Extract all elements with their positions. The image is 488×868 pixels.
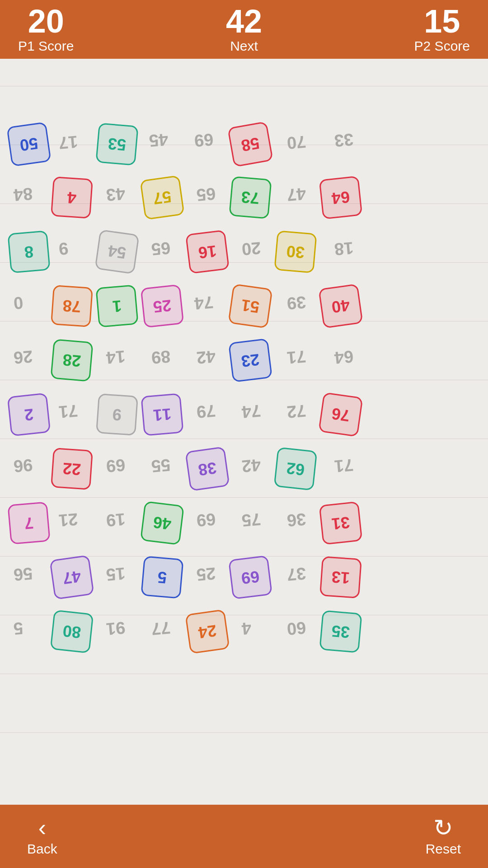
game-area[interactable]: 5053584577364854163078125514028232911762… [0, 59, 488, 805]
tile-26[interactable]: 46 [140, 501, 184, 545]
tile-2[interactable]: 58 [227, 121, 273, 167]
plain-num-29[interactable]: 42 [241, 455, 262, 476]
tile-8[interactable]: 54 [94, 229, 139, 274]
tile-19[interactable]: 9 [96, 393, 138, 436]
tile-15[interactable]: 40 [318, 283, 363, 328]
tile-34[interactable]: 35 [319, 610, 362, 653]
plain-num-5[interactable]: 84 [13, 184, 33, 205]
tile-12[interactable]: 1 [95, 284, 138, 327]
next-label: Next [230, 38, 258, 54]
tile-11[interactable]: 78 [51, 285, 93, 327]
header: 20 P1 Score 42 Next 15 P2 Score [0, 0, 488, 59]
plain-num-1[interactable]: 45 [148, 129, 169, 151]
plain-num-2[interactable]: 69 [193, 129, 214, 151]
next-section: 42 Next [226, 5, 262, 54]
plain-num-37[interactable]: 15 [105, 563, 126, 585]
tile-21[interactable]: 76 [318, 392, 363, 437]
plain-num-20[interactable]: 71 [286, 346, 307, 368]
p2-label: P2 Score [414, 38, 470, 54]
tile-7[interactable]: 8 [7, 230, 50, 273]
tile-4[interactable]: 57 [140, 175, 184, 220]
plain-num-11[interactable]: 20 [241, 238, 262, 259]
tile-3[interactable]: 4 [51, 176, 93, 219]
back-button[interactable]: ‹ Back [27, 816, 57, 857]
plain-num-40[interactable]: 5 [13, 618, 24, 638]
tile-29[interactable]: 5 [141, 556, 183, 599]
p1-score-section: 20 P1 Score [18, 5, 74, 54]
plain-num-21[interactable]: 64 [333, 346, 354, 368]
p1-score: 20 [28, 5, 64, 38]
tile-27[interactable]: 31 [319, 501, 363, 545]
tile-5[interactable]: 73 [229, 176, 272, 219]
plain-num-24[interactable]: 74 [241, 401, 262, 422]
back-label: Back [27, 841, 57, 857]
plain-num-30[interactable]: 71 [333, 455, 354, 476]
plain-num-6[interactable]: 43 [105, 184, 126, 205]
plain-num-4[interactable]: 33 [333, 129, 354, 151]
plain-num-36[interactable]: 56 [13, 563, 33, 585]
tile-33[interactable]: 24 [185, 609, 230, 654]
plain-num-10[interactable]: 65 [150, 238, 171, 259]
tile-30[interactable]: 69 [228, 555, 272, 599]
tile-17[interactable]: 23 [228, 338, 272, 382]
plain-num-26[interactable]: 96 [13, 455, 33, 476]
plain-num-7[interactable]: 65 [196, 184, 216, 205]
plain-num-16[interactable]: 26 [13, 346, 33, 368]
reset-icon: ↻ [433, 816, 453, 840]
plain-num-41[interactable]: 91 [105, 618, 126, 639]
plain-num-18[interactable]: 89 [150, 346, 171, 368]
plain-num-38[interactable]: 25 [196, 563, 216, 585]
plain-num-28[interactable]: 55 [150, 455, 171, 476]
plain-num-17[interactable]: 14 [105, 346, 126, 368]
tile-0[interactable]: 50 [6, 122, 51, 166]
tile-23[interactable]: 38 [185, 446, 230, 491]
plain-num-33[interactable]: 69 [196, 509, 216, 530]
footer: ‹ Back ↻ Reset [0, 805, 488, 868]
plain-num-27[interactable]: 69 [105, 455, 126, 476]
p1-label: P1 Score [18, 38, 74, 54]
plain-num-34[interactable]: 75 [241, 509, 262, 530]
p2-score: 15 [424, 5, 460, 38]
plain-num-32[interactable]: 19 [105, 509, 126, 530]
plain-num-14[interactable]: 74 [193, 292, 214, 313]
plain-num-23[interactable]: 79 [196, 401, 216, 422]
plain-num-39[interactable]: 37 [286, 563, 307, 585]
plain-num-3[interactable]: 70 [286, 132, 307, 153]
tile-31[interactable]: 13 [319, 556, 362, 599]
tile-32[interactable]: 80 [50, 610, 94, 654]
plain-num-8[interactable]: 47 [286, 184, 307, 205]
plain-num-12[interactable]: 18 [333, 238, 354, 259]
tile-14[interactable]: 51 [228, 283, 272, 328]
plain-num-13[interactable]: 0 [13, 292, 24, 313]
p2-score-section: 15 P2 Score [414, 5, 470, 54]
back-icon: ‹ [38, 816, 46, 840]
plain-num-42[interactable]: 77 [150, 618, 171, 639]
tile-16[interactable]: 28 [50, 339, 93, 382]
plain-num-19[interactable]: 42 [196, 346, 216, 368]
tile-24[interactable]: 62 [274, 447, 318, 491]
tile-9[interactable]: 16 [185, 230, 230, 274]
reset-button[interactable]: ↻ Reset [426, 816, 461, 857]
tile-28[interactable]: 47 [49, 555, 94, 599]
tile-18[interactable]: 2 [7, 393, 51, 437]
next-number: 42 [226, 5, 262, 38]
plain-num-22[interactable]: 71 [58, 401, 79, 422]
plain-num-0[interactable]: 17 [58, 132, 79, 153]
tile-10[interactable]: 30 [274, 230, 317, 273]
tile-13[interactable]: 25 [141, 284, 184, 328]
plain-num-35[interactable]: 36 [286, 509, 307, 530]
tile-6[interactable]: 64 [319, 176, 363, 220]
tile-1[interactable]: 53 [95, 123, 138, 165]
tile-20[interactable]: 11 [141, 393, 183, 436]
reset-label: Reset [426, 841, 461, 857]
plain-num-43[interactable]: 4 [241, 618, 252, 638]
plain-num-31[interactable]: 21 [58, 509, 79, 530]
plain-num-44[interactable]: 60 [286, 618, 307, 639]
plain-num-9[interactable]: 9 [58, 238, 69, 259]
plain-num-15[interactable]: 39 [286, 292, 307, 313]
tile-22[interactable]: 22 [51, 448, 93, 490]
tile-25[interactable]: 7 [7, 501, 50, 544]
plain-num-25[interactable]: 72 [286, 401, 307, 422]
